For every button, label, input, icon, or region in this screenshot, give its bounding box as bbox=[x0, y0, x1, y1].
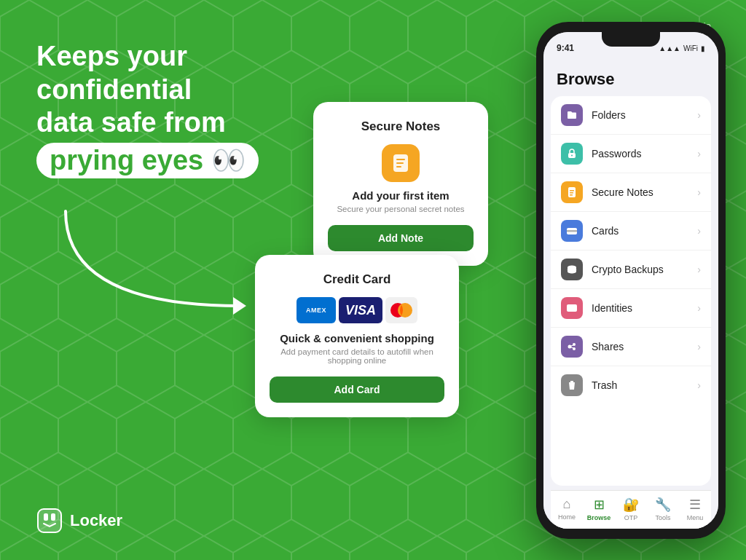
phone-tabbar: ⌂ Home ⊞ Browse 🔐 OTP 🔧 Tools bbox=[551, 490, 711, 529]
otp-tab-label: OTP bbox=[624, 514, 638, 521]
svg-marker-0 bbox=[233, 297, 246, 315]
secure-notes-list-label: Secure Notes bbox=[592, 186, 688, 198]
svg-rect-1 bbox=[38, 509, 61, 532]
credit-card-title: Credit Card bbox=[270, 272, 444, 287]
cards-label: Cards bbox=[592, 225, 688, 237]
crypto-backups-icon bbox=[561, 259, 583, 280]
browse-item-identities[interactable]: Identities › bbox=[551, 289, 711, 328]
identities-icon bbox=[561, 297, 583, 319]
svg-rect-15 bbox=[570, 192, 573, 194]
headline-line1: Keeps your confidential bbox=[36, 40, 313, 106]
svg-point-24 bbox=[568, 345, 572, 349]
note-icon bbox=[390, 153, 411, 173]
secure-notes-list-icon bbox=[561, 181, 583, 203]
browse-list: Folders › Passwords › bbox=[551, 96, 711, 486]
tab-home[interactable]: ⌂ Home bbox=[551, 497, 583, 521]
browse-item-cards[interactable]: Cards › bbox=[551, 212, 711, 251]
svg-point-21 bbox=[568, 307, 571, 309]
passwords-icon bbox=[561, 143, 583, 165]
home-tab-icon: ⌂ bbox=[563, 497, 571, 512]
browse-item-folders[interactable]: Folders › bbox=[551, 96, 711, 135]
cards-chevron: › bbox=[697, 225, 701, 237]
locker-logo-text: Locker bbox=[70, 511, 122, 530]
svg-rect-5 bbox=[396, 159, 405, 160]
svg-line-28 bbox=[571, 347, 573, 348]
passwords-label: Passwords bbox=[592, 148, 688, 159]
svg-rect-6 bbox=[396, 162, 404, 164]
identities-label: Identities bbox=[592, 302, 688, 314]
svg-rect-2 bbox=[44, 513, 48, 521]
cards-icon bbox=[561, 220, 583, 242]
phone-screen: 9:41 ▲▲▲ WiFi ▮ Browse Folders bbox=[543, 32, 718, 529]
phone-status-icons: ▲▲▲ WiFi ▮ bbox=[659, 44, 705, 52]
phone-outer: 9:41 ▲▲▲ WiFi ▮ Browse Folders bbox=[536, 22, 726, 539]
shares-chevron: › bbox=[697, 341, 701, 352]
crypto-backups-chevron: › bbox=[697, 264, 701, 275]
amex-logo: AMEX bbox=[297, 297, 336, 323]
phone-notch bbox=[602, 32, 660, 47]
crypto-backups-label: Crypto Backups bbox=[592, 264, 688, 275]
identities-chevron: › bbox=[697, 302, 701, 314]
wifi-icon: WiFi bbox=[683, 44, 698, 52]
visa-logo: VISA bbox=[339, 297, 382, 323]
shares-label: Shares bbox=[592, 341, 688, 352]
secure-notes-icon-wrap bbox=[382, 144, 420, 182]
svg-rect-16 bbox=[570, 194, 573, 196]
credit-card-item-title: Quick & convenient shopping bbox=[270, 332, 444, 344]
secure-notes-item-subtitle: Secure your personal secret notes bbox=[328, 205, 474, 213]
folders-label: Folders bbox=[592, 109, 688, 121]
secure-notes-item-title: Add your first item bbox=[328, 189, 474, 202]
svg-rect-7 bbox=[396, 166, 401, 167]
svg-point-12 bbox=[571, 155, 573, 157]
mastercard-logo bbox=[385, 297, 417, 323]
secure-notes-title: Secure Notes bbox=[328, 119, 474, 134]
locker-logo-icon bbox=[36, 508, 63, 534]
browse-header: Browse bbox=[543, 64, 718, 96]
add-note-button[interactable]: Add Note bbox=[328, 225, 474, 251]
browse-item-secure-notes[interactable]: Secure Notes › bbox=[551, 173, 711, 212]
locker-logo: Locker bbox=[36, 508, 122, 534]
add-card-button[interactable]: Add Card bbox=[270, 376, 444, 403]
svg-line-27 bbox=[571, 345, 573, 346]
svg-rect-22 bbox=[573, 307, 576, 308]
trash-label: Trash bbox=[592, 379, 688, 391]
browse-tab-icon: ⊞ bbox=[594, 497, 605, 513]
tab-browse[interactable]: ⊞ Browse bbox=[583, 497, 615, 521]
browse-tab-label: Browse bbox=[587, 514, 611, 521]
arrow-decoration bbox=[44, 197, 291, 328]
svg-rect-3 bbox=[51, 513, 55, 521]
svg-rect-18 bbox=[567, 230, 577, 232]
phone-mockup: 9:41 ▲▲▲ WiFi ▮ Browse Folders bbox=[536, 22, 726, 539]
menu-tab-label: Menu bbox=[687, 514, 704, 521]
tab-tools[interactable]: 🔧 Tools bbox=[647, 497, 679, 521]
trash-icon bbox=[561, 374, 583, 396]
svg-rect-23 bbox=[573, 309, 575, 310]
menu-tab-icon: ☰ bbox=[689, 497, 701, 513]
phone-content: Browse Folders › P bbox=[543, 64, 718, 529]
browse-item-crypto-backups[interactable]: Crypto Backups › bbox=[551, 251, 711, 289]
trash-chevron: › bbox=[697, 379, 701, 391]
headline-line3: prying eyes 👀 bbox=[36, 143, 259, 179]
browse-item-shares[interactable]: Shares › bbox=[551, 328, 711, 366]
otp-tab-icon: 🔐 bbox=[623, 497, 639, 513]
battery-icon: ▮ bbox=[701, 44, 705, 52]
credit-card-logos: AMEX VISA bbox=[270, 297, 444, 323]
tools-tab-icon: 🔧 bbox=[655, 497, 671, 513]
shares-icon bbox=[561, 336, 583, 358]
folders-chevron: › bbox=[697, 109, 701, 121]
browse-item-trash[interactable]: Trash › bbox=[551, 366, 711, 404]
credit-card-item-subtitle: Add payment card details to autofill whe… bbox=[270, 347, 444, 365]
secure-notes-chevron: › bbox=[697, 186, 701, 198]
signal-icon: ▲▲▲ bbox=[659, 44, 680, 52]
svg-rect-14 bbox=[570, 190, 574, 192]
browse-item-passwords[interactable]: Passwords › bbox=[551, 135, 711, 173]
passwords-chevron: › bbox=[697, 148, 701, 159]
headline-line2: data safe from bbox=[36, 106, 313, 140]
tab-otp[interactable]: 🔐 OTP bbox=[615, 497, 647, 521]
secure-notes-card: Secure Notes Add your first item Secure … bbox=[313, 102, 488, 266]
tab-menu[interactable]: ☰ Menu bbox=[679, 497, 711, 521]
credit-card-card: Credit Card AMEX VISA Quick & convenient… bbox=[255, 255, 459, 417]
tools-tab-label: Tools bbox=[655, 514, 670, 521]
folders-icon bbox=[561, 104, 583, 126]
home-tab-label: Home bbox=[558, 513, 576, 521]
